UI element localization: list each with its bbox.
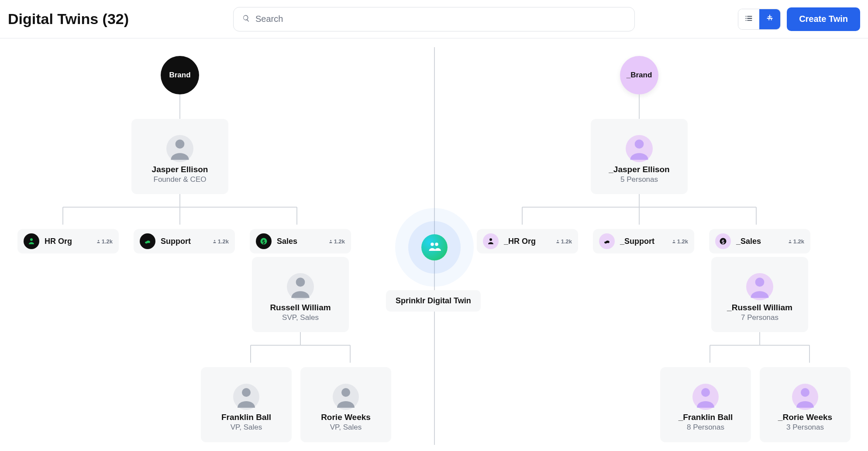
svg-point-6	[296, 278, 305, 287]
twin-ceo-card[interactable]: _Jasper Ellison 5 Personas	[591, 119, 688, 194]
twin-child-sub-1: 3 Personas	[786, 423, 824, 432]
twin-child-card-0[interactable]: _Franklin Ball 8 Personas	[660, 367, 751, 442]
create-twin-button[interactable]: Create Twin	[787, 7, 860, 31]
dept-sales-label: Sales	[277, 237, 297, 246]
twin-ceo-name: _Jasper Ellison	[609, 165, 669, 174]
svg-point-7	[242, 388, 251, 397]
svp-name: Russell William	[270, 303, 331, 312]
dept-sales-stat: 1.2k	[328, 238, 345, 245]
ceo-sub: Founder & CEO	[154, 175, 207, 184]
people-icon	[428, 240, 441, 255]
avatar	[626, 135, 653, 162]
twin-child-name-1: _Rorie Weeks	[778, 413, 832, 422]
svg-point-12	[673, 240, 675, 241]
child-name-0: Franklin Ball	[221, 413, 271, 422]
twin-dept-sales[interactable]: _Sales 1.2k	[709, 229, 810, 253]
twin-ceo-sub: 5 Personas	[620, 175, 658, 184]
twin-dept-hr[interactable]: _HR Org 1.2k	[477, 229, 578, 253]
page-title-text: Digital Twins	[8, 10, 98, 27]
child-card-0[interactable]: Franklin Ball VP, Sales	[201, 367, 292, 442]
sprinklr-twin-label: Sprinklr Digital Twin	[386, 290, 481, 312]
brand-root-label: Brand	[169, 71, 190, 80]
page-header: Digital Twins (32) Create Twin	[0, 0, 868, 38]
avatar	[746, 273, 773, 300]
svg-point-4	[214, 240, 215, 241]
svg-point-14	[755, 278, 765, 287]
svg-point-2	[176, 139, 185, 149]
twin-svp-sub: 7 Personas	[741, 313, 778, 322]
sales-icon	[715, 233, 731, 249]
svg-point-11	[557, 240, 558, 241]
svg-point-8	[341, 388, 350, 397]
dept-support-stat: 1.2k	[212, 238, 229, 245]
twin-child-sub-0: 8 Personas	[687, 423, 724, 432]
twin-brand-root[interactable]: _Brand	[620, 56, 658, 94]
sales-icon	[256, 233, 272, 249]
child-name-1: Rorie Weeks	[321, 413, 371, 422]
search-field-wrap[interactable]	[233, 7, 635, 31]
search-input[interactable]	[255, 14, 626, 24]
dept-sales[interactable]: Sales 1.2k	[250, 229, 351, 253]
twin-dept-hr-stat: 1.2k	[555, 238, 572, 245]
twin-svp-name: _Russell William	[727, 303, 792, 312]
org-canvas: Brand Jasper Ellison Founder & CEO HR Or…	[0, 38, 868, 451]
dept-support[interactable]: Support 1.2k	[134, 229, 235, 253]
child-card-1[interactable]: Rorie Weeks VP, Sales	[300, 367, 391, 442]
twin-dept-sales-label: _Sales	[736, 237, 761, 246]
child-sub-0: VP, Sales	[231, 423, 262, 432]
ceo-card[interactable]: Jasper Ellison Founder & CEO	[131, 119, 228, 194]
svg-point-16	[801, 388, 809, 397]
svg-point-5	[330, 240, 331, 241]
search-container	[233, 7, 635, 31]
hr-icon	[483, 233, 499, 249]
support-icon	[599, 233, 615, 249]
avatar	[166, 135, 193, 162]
avatar	[287, 273, 314, 300]
page-title-count: (32)	[103, 10, 129, 27]
child-sub-1: VP, Sales	[330, 423, 362, 432]
twin-brand-root-label: _Brand	[627, 71, 652, 80]
twin-child-name-0: _Franklin Ball	[679, 413, 733, 422]
avatar	[792, 384, 818, 410]
dept-hr-label: HR Org	[45, 237, 72, 246]
svp-sub: SVP, Sales	[282, 313, 319, 322]
ceo-name: Jasper Ellison	[152, 165, 208, 174]
view-toggle	[738, 9, 781, 30]
avatar	[333, 384, 359, 410]
brand-root[interactable]: Brand	[161, 56, 199, 94]
list-view-button[interactable]	[738, 9, 759, 29]
twin-dept-hr-label: _HR Org	[504, 237, 536, 246]
twin-svp-card[interactable]: _Russell William 7 Personas	[711, 257, 808, 332]
svg-point-3	[98, 240, 99, 241]
svg-point-10	[635, 139, 644, 149]
svg-point-13	[789, 240, 791, 241]
tree-view-button[interactable]	[759, 9, 780, 29]
svp-card[interactable]: Russell William SVP, Sales	[252, 257, 349, 332]
hierarchy-icon	[765, 14, 775, 24]
hr-icon	[24, 233, 39, 249]
avatar	[233, 384, 259, 410]
twin-dept-support-stat: 1.2k	[672, 238, 688, 245]
svg-point-15	[701, 388, 710, 397]
dept-support-label: Support	[161, 237, 191, 246]
sprinklr-twin-badge[interactable]	[421, 234, 448, 260]
search-icon	[242, 14, 255, 24]
twin-child-card-1[interactable]: _Rorie Weeks 3 Personas	[760, 367, 851, 442]
dept-hr-stat: 1.2k	[96, 238, 113, 245]
dept-hr[interactable]: HR Org 1.2k	[17, 229, 119, 253]
twin-dept-sales-stat: 1.2k	[788, 238, 804, 245]
twin-dept-support-label: _Support	[620, 237, 654, 246]
support-icon	[140, 233, 155, 249]
list-icon	[744, 14, 754, 24]
page-title: Digital Twins (32)	[8, 10, 129, 28]
twin-dept-support[interactable]: _Support 1.2k	[593, 229, 694, 253]
avatar	[692, 384, 719, 410]
